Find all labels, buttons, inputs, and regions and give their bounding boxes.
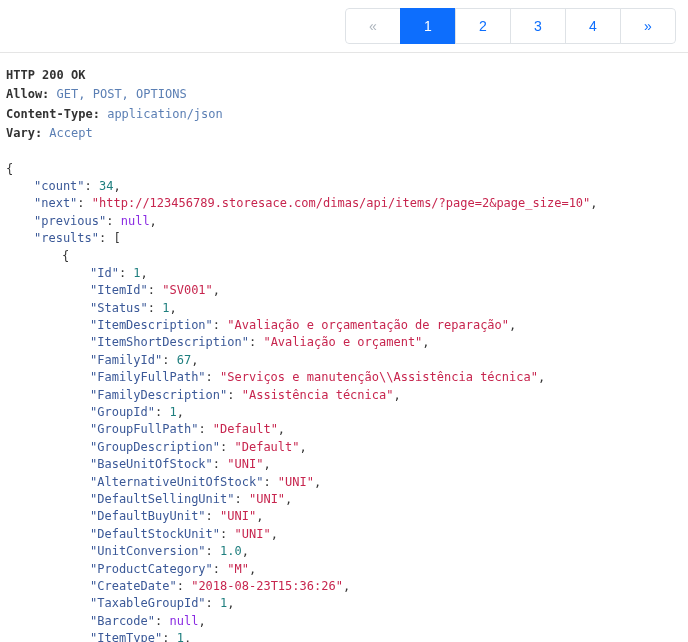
row-FamilyFullPath: "FamilyFullPath": "Serviços e manutenção… xyxy=(6,369,682,386)
content-type-label: Content-Type: xyxy=(6,107,100,121)
json-results: "results": [ xyxy=(6,230,682,247)
row-ProductCategory: "ProductCategory": "M", xyxy=(6,561,682,578)
json-open-brace: { xyxy=(6,162,13,176)
page-1[interactable]: 1 xyxy=(400,8,456,44)
status-text: HTTP 200 OK xyxy=(6,68,85,82)
vary-header: Vary: Accept xyxy=(6,125,682,142)
row-Barcode: "Barcode": null, xyxy=(6,613,682,630)
BaseUnitOfStock-key: "BaseUnitOfStock" xyxy=(90,457,213,471)
page-2[interactable]: 2 xyxy=(455,8,511,44)
FamilyFullPath-key: "FamilyFullPath" xyxy=(90,370,206,384)
Barcode-val: null xyxy=(169,614,198,628)
ItemDescription-val: "Avaliação e orçamentação de reparação" xyxy=(227,318,509,332)
vary-label: Vary: xyxy=(6,126,42,140)
json-next: "next": "http://123456789.storesace.com/… xyxy=(6,195,682,212)
CreateDate-val: "2018-08-23T15:36:26" xyxy=(191,579,343,593)
row-DefaultSellingUnit: "DefaultSellingUnit": "UNI", xyxy=(6,491,682,508)
row-AlternativeUnitOfStock: "AlternativeUnitOfStock": "UNI", xyxy=(6,474,682,491)
BaseUnitOfStock-val: "UNI" xyxy=(227,457,263,471)
row-BaseUnitOfStock: "BaseUnitOfStock": "UNI", xyxy=(6,456,682,473)
row-GroupFullPath: "GroupFullPath": "Default", xyxy=(6,421,682,438)
response-panel: HTTP 200 OK Allow: GET, POST, OPTIONS Co… xyxy=(0,52,688,642)
json-body: { "count": 34, "next": "http://123456789… xyxy=(6,161,682,642)
AlternativeUnitOfStock-val: "UNI" xyxy=(278,475,314,489)
allow-label: Allow: xyxy=(6,87,49,101)
status-line: HTTP 200 OK xyxy=(6,67,682,84)
ItemDescription-key: "ItemDescription" xyxy=(90,318,213,332)
results-key: "results" xyxy=(34,231,99,245)
UnitConversion-val: 1.0 xyxy=(220,544,242,558)
GroupDescription-val: "Default" xyxy=(235,440,300,454)
ProductCategory-key: "ProductCategory" xyxy=(90,562,213,576)
page-next[interactable]: » xyxy=(620,8,676,44)
row-FamilyId: "FamilyId": 67, xyxy=(6,352,682,369)
DefaultStockUnit-val: "UNI" xyxy=(235,527,271,541)
FamilyId-key: "FamilyId" xyxy=(90,353,162,367)
content-type-value: application/json xyxy=(107,107,223,121)
json-item-open: { xyxy=(6,248,682,265)
GroupDescription-key: "GroupDescription" xyxy=(90,440,220,454)
GroupFullPath-val: "Default" xyxy=(213,422,278,436)
Id-val: 1 xyxy=(133,266,140,280)
FamilyDescription-key: "FamilyDescription" xyxy=(90,388,227,402)
row-GroupDescription: "GroupDescription": "Default", xyxy=(6,439,682,456)
row-Status: "Status": 1, xyxy=(6,300,682,317)
DefaultBuyUnit-key: "DefaultBuyUnit" xyxy=(90,509,206,523)
row-UnitConversion: "UnitConversion": 1.0, xyxy=(6,543,682,560)
page-3[interactable]: 3 xyxy=(510,8,566,44)
GroupFullPath-key: "GroupFullPath" xyxy=(90,422,198,436)
CreateDate-key: "CreateDate" xyxy=(90,579,177,593)
FamilyFullPath-val: "Serviços e manutenção\\Assistência técn… xyxy=(220,370,538,384)
DefaultBuyUnit-val: "UNI" xyxy=(220,509,256,523)
ItemShortDescription-key: "ItemShortDescription" xyxy=(90,335,249,349)
json-count: "count": 34, xyxy=(6,178,682,195)
FamilyDescription-val: "Assistência técnica" xyxy=(242,388,394,402)
previous-key: "previous" xyxy=(34,214,106,228)
DefaultStockUnit-key: "DefaultStockUnit" xyxy=(90,527,220,541)
row-GroupId: "GroupId": 1, xyxy=(6,404,682,421)
row-ItemType: "ItemType": 1, xyxy=(6,630,682,642)
row-DefaultStockUnit: "DefaultStockUnit": "UNI", xyxy=(6,526,682,543)
page-prev[interactable]: « xyxy=(345,8,401,44)
row-Id: "Id": 1, xyxy=(6,265,682,282)
DefaultSellingUnit-key: "DefaultSellingUnit" xyxy=(90,492,235,506)
Status-key: "Status" xyxy=(90,301,148,315)
content-type-header: Content-Type: application/json xyxy=(6,106,682,123)
ItemId-val: "SV001" xyxy=(162,283,213,297)
count-key: "count" xyxy=(34,179,85,193)
row-DefaultBuyUnit: "DefaultBuyUnit": "UNI", xyxy=(6,508,682,525)
next-val: "http://123456789.storesace.com/dimas/ap… xyxy=(92,196,591,210)
UnitConversion-key: "UnitConversion" xyxy=(90,544,206,558)
ItemType-val: 1 xyxy=(177,631,184,642)
row-CreateDate: "CreateDate": "2018-08-23T15:36:26", xyxy=(6,578,682,595)
json-previous: "previous": null, xyxy=(6,213,682,230)
row-ItemShortDescription: "ItemShortDescription": "Avaliação e orç… xyxy=(6,334,682,351)
TaxableGroupId-key: "TaxableGroupId" xyxy=(90,596,206,610)
allow-header: Allow: GET, POST, OPTIONS xyxy=(6,86,682,103)
pagination-container: « 1 2 3 4 » xyxy=(0,0,688,52)
allow-value: GET, POST, OPTIONS xyxy=(57,87,187,101)
pagination: « 1 2 3 4 » xyxy=(345,8,676,44)
ProductCategory-val: "M" xyxy=(227,562,249,576)
Id-key: "Id" xyxy=(90,266,119,280)
row-TaxableGroupId: "TaxableGroupId": 1, xyxy=(6,595,682,612)
row-FamilyDescription: "FamilyDescription": "Assistência técnic… xyxy=(6,387,682,404)
GroupId-val: 1 xyxy=(169,405,176,419)
FamilyId-val: 67 xyxy=(177,353,191,367)
ItemType-key: "ItemType" xyxy=(90,631,162,642)
page-4[interactable]: 4 xyxy=(565,8,621,44)
vary-value: Accept xyxy=(49,126,92,140)
Barcode-key: "Barcode" xyxy=(90,614,155,628)
GroupId-key: "GroupId" xyxy=(90,405,155,419)
next-key: "next" xyxy=(34,196,77,210)
ItemShortDescription-val: "Avaliação e orçament" xyxy=(263,335,422,349)
ItemId-key: "ItemId" xyxy=(90,283,148,297)
row-ItemDescription: "ItemDescription": "Avaliação e orçament… xyxy=(6,317,682,334)
count-val: 34 xyxy=(99,179,113,193)
DefaultSellingUnit-val: "UNI" xyxy=(249,492,285,506)
previous-val: null xyxy=(121,214,150,228)
AlternativeUnitOfStock-key: "AlternativeUnitOfStock" xyxy=(90,475,263,489)
row-ItemId: "ItemId": "SV001", xyxy=(6,282,682,299)
